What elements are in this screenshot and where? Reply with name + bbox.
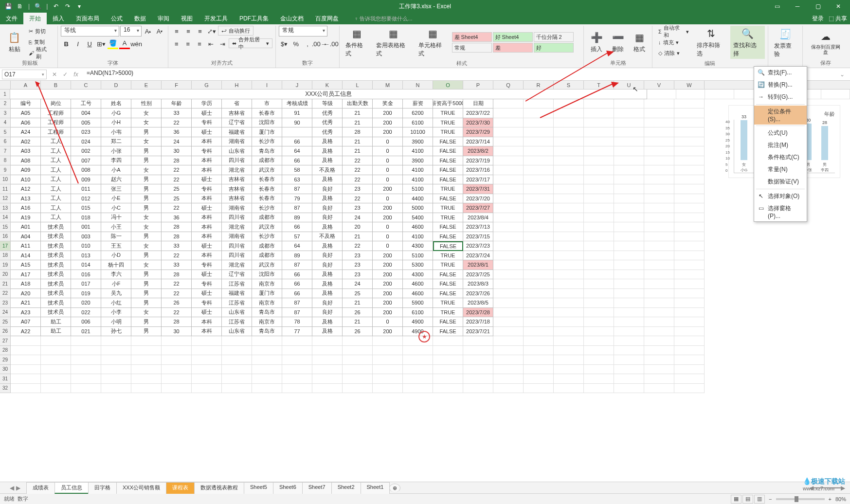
cell[interactable]: 男 (131, 317, 162, 327)
cell[interactable] (584, 317, 614, 327)
menu-数据[interactable]: 数据 (128, 13, 152, 25)
cell[interactable]: 男 (131, 327, 162, 337)
cell[interactable] (222, 355, 252, 365)
cell[interactable]: 湖南省 (222, 137, 252, 147)
cell[interactable] (554, 327, 584, 337)
cell[interactable] (674, 184, 705, 194)
row-header-17[interactable]: 17 (0, 241, 11, 251)
cell[interactable] (463, 336, 493, 346)
cell[interactable] (493, 156, 524, 166)
menu-页面布局[interactable]: 页面布局 (70, 13, 105, 25)
cell[interactable] (493, 308, 524, 318)
cell[interactable] (493, 175, 524, 185)
cell[interactable]: 成都市 (252, 156, 282, 166)
cell[interactable]: 女 (131, 165, 162, 175)
cell[interactable]: FALSE (433, 165, 463, 175)
cell[interactable]: 79 (282, 194, 312, 204)
cell[interactable] (343, 355, 373, 365)
align-right-icon[interactable]: ≡ (194, 38, 205, 49)
cell[interactable]: 女 (131, 108, 162, 118)
cell[interactable] (554, 194, 584, 204)
cell[interactable] (524, 99, 554, 109)
cell[interactable]: 018 (71, 213, 101, 223)
cell[interactable] (674, 146, 705, 156)
cell[interactable] (524, 194, 554, 204)
cell[interactable]: 008 (71, 165, 101, 175)
cell[interactable] (463, 346, 493, 356)
cell[interactable]: 200 (373, 184, 403, 194)
row-header-24[interactable]: 24 (0, 308, 11, 318)
cell[interactable]: 23 (343, 270, 373, 280)
cell[interactable] (584, 213, 614, 223)
find-menu-item-1[interactable]: 🔄替换(R)... (754, 79, 807, 91)
cell[interactable]: 012 (71, 194, 101, 204)
col-header-P[interactable]: P (463, 81, 493, 89)
row-header-18[interactable]: 18 (0, 251, 11, 261)
col-header-U[interactable]: U (614, 81, 644, 89)
autosum-button[interactable]: Σ自动求和▾ (655, 27, 692, 36)
cell[interactable]: 2023/7/25 (463, 270, 493, 280)
row-header-5[interactable]: 5 (0, 127, 11, 137)
cell[interactable] (644, 213, 674, 223)
cell[interactable]: 硕士 (192, 203, 222, 213)
cell[interactable] (584, 270, 614, 280)
cell[interactable]: 22 (343, 165, 373, 175)
cell[interactable] (674, 222, 705, 232)
cell[interactable] (192, 336, 222, 346)
cell[interactable]: 25 (162, 194, 192, 204)
cell-styles-button[interactable]: ▦单元格样式 (416, 26, 450, 59)
cell[interactable]: 28 (162, 222, 192, 232)
cell[interactable] (614, 241, 644, 251)
cell[interactable] (162, 365, 192, 375)
cell[interactable]: 硕士 (192, 270, 222, 280)
find-menu-item-2[interactable]: →转到(G)... (754, 91, 807, 103)
find-menu-item-5[interactable]: 批注(M) (754, 139, 807, 151)
cell[interactable] (614, 127, 644, 137)
row-header-32[interactable]: 32 (0, 384, 11, 394)
cell[interactable] (493, 336, 524, 346)
merge-center-button[interactable]: ⬌合并后居中▾ (229, 38, 272, 48)
cell[interactable]: 技术员 (41, 279, 71, 289)
cell[interactable] (524, 289, 554, 299)
col-header-B[interactable]: B (41, 81, 71, 89)
cell[interactable] (11, 365, 41, 375)
cell[interactable] (584, 241, 614, 251)
qat-dropdown-icon[interactable]: ▾ (74, 1, 85, 12)
cell[interactable]: TRUE (433, 298, 463, 308)
cell[interactable] (11, 336, 41, 346)
cell[interactable] (403, 384, 433, 394)
cell[interactable] (524, 317, 554, 327)
cell[interactable]: A22 (11, 327, 41, 337)
cell[interactable]: 5100 (403, 184, 433, 194)
cell[interactable]: 28 (162, 232, 192, 242)
cell[interactable]: 成都市 (252, 251, 282, 261)
cell[interactable] (524, 146, 554, 156)
cell[interactable]: 工人 (41, 213, 71, 223)
cell[interactable] (674, 336, 705, 346)
cell[interactable]: 厦门市 (252, 127, 282, 137)
name-box[interactable]: O17▾ (2, 70, 47, 79)
find-menu-item-8[interactable]: 数据验证(V) (754, 176, 807, 188)
delete-cells-button[interactable]: ➖删除 (608, 30, 628, 54)
cell[interactable]: 4100 (403, 165, 433, 175)
cell[interactable]: 本科 (192, 232, 222, 242)
col-header-T[interactable]: T (584, 81, 614, 89)
cell[interactable] (373, 346, 403, 356)
cell[interactable]: 4600 (403, 222, 433, 232)
cell[interactable] (584, 232, 614, 242)
sheet-tab-员工信息[interactable]: 员工信息 (54, 482, 89, 494)
cell[interactable] (584, 336, 614, 346)
format-painter-button[interactable]: 🖌格式刷 (26, 48, 54, 58)
cell[interactable] (674, 270, 705, 280)
cell[interactable]: 及格 (312, 194, 343, 204)
cell[interactable]: 小G (101, 108, 131, 118)
cell[interactable] (554, 165, 584, 175)
cell[interactable]: 4100 (403, 146, 433, 156)
cell[interactable] (433, 384, 463, 394)
row-header-11[interactable]: 11 (0, 184, 11, 194)
cell[interactable]: 及格 (312, 317, 343, 327)
cell[interactable]: 200 (373, 127, 403, 137)
row-header-22[interactable]: 22 (0, 289, 11, 299)
cell[interactable]: 年龄 (162, 99, 192, 109)
cell[interactable]: 女 (131, 137, 162, 147)
